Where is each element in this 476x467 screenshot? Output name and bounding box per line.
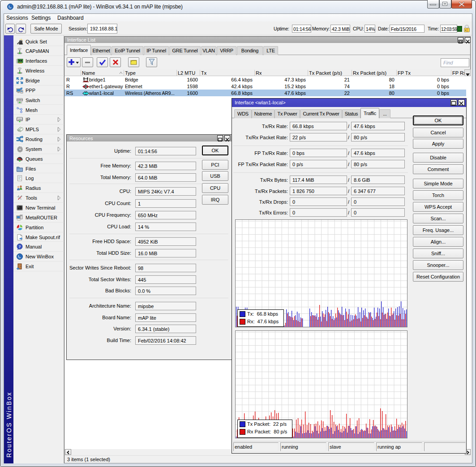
svg-text:>_: >_ <box>18 206 21 209</box>
svg-text:?: ? <box>19 244 21 249</box>
svg-text:255: 255 <box>17 118 21 121</box>
